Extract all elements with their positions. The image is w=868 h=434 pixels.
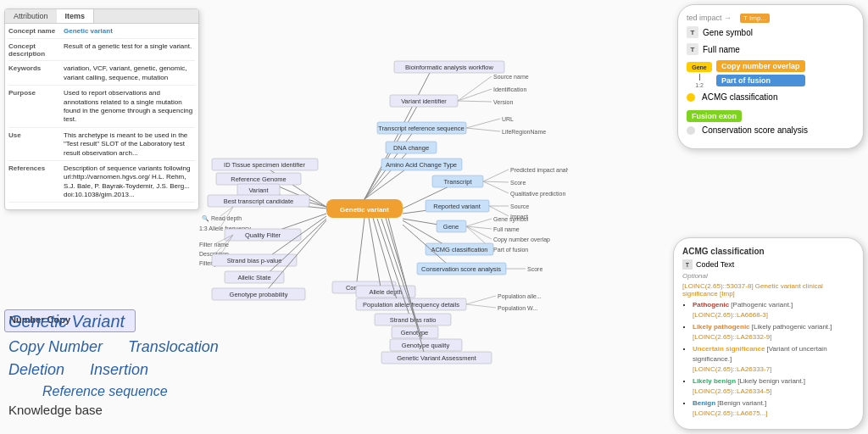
- node-label-transcript: Transcript: [443, 178, 472, 186]
- rp-full-name-item: T Full name: [687, 43, 854, 55]
- concept-label-desc: Concept description: [8, 42, 64, 58]
- impact-label: ted impact → T Imp...: [687, 14, 854, 22]
- gene-group: Gene 1:2 Copy number overlap Part of fus…: [687, 60, 854, 88]
- concept-label-purpose: Purpose: [8, 89, 64, 125]
- node-label-read-depth: 🔍 Read depth: [202, 214, 242, 222]
- node-label-conservation: Conservation score analysis: [421, 265, 501, 273]
- node-label-genotype: Genotype: [401, 329, 429, 337]
- right-panel-bottom: ACMG classification T Coded Text Optiona…: [673, 237, 864, 430]
- acmg-classification-list: Pathogenic [Pathogenic variant.] [LOINC(…: [682, 300, 854, 419]
- rp-acmg-label: ACMG classification: [702, 92, 777, 102]
- acmg-benign-detail: [Benign variant.]: [717, 399, 766, 407]
- node-label-allele-depth: Allele depth: [369, 288, 402, 296]
- gene-badges-col: Copy number overlap Part of fusion: [716, 60, 805, 86]
- branch-pop-allele2: [466, 304, 496, 308]
- acmg-item-likely-benign: Likely benign [Likely benign variant.] […: [693, 376, 854, 397]
- node-label-full-name: Full name: [493, 226, 520, 232]
- label-genetic-variant: Genetic Variant: [8, 312, 219, 331]
- label-ref-seq: Reference sequence: [42, 384, 219, 399]
- bottom-labels: Genetic Variant Copy Number Translocatio…: [8, 312, 219, 417]
- gene-connector-group: Gene 1:2: [687, 62, 712, 88]
- acmg-likely-benign-detail: [Likely benign variant.]: [737, 377, 805, 385]
- branch-line-qualitative: [483, 181, 509, 193]
- rp-acmg-icon: [687, 93, 695, 102]
- node-label-liferegion: LifeRegionName: [502, 129, 546, 136]
- acmg-loinc-code: [LOINC(2.65)::53037-8]: [682, 282, 754, 290]
- concept-row-name: Concept name Genetic variant: [8, 27, 195, 39]
- node-label-bioinformatic: Bioinformatic analysis workflow: [405, 64, 493, 71]
- branch-gene-symbol: [466, 219, 492, 226]
- concept-label-refs: References: [8, 164, 64, 200]
- concept-row-purpose: Purpose Used to report observations and …: [8, 89, 195, 128]
- rp-icon-T-genesymbol: T: [687, 26, 698, 38]
- acmg-likely-benign-label: Likely benign: [693, 377, 736, 385]
- node-label-source-name: Source name: [493, 74, 529, 80]
- impact-arrow: →: [724, 14, 732, 22]
- node-label-tissue: ID Tissue specimen identifier: [224, 161, 305, 169]
- branch-line-score: [483, 181, 509, 182]
- acmg-item-uncertain: Uncertain significance [Variant of uncer…: [693, 344, 854, 375]
- branch-line-conservation-b: [356, 218, 364, 288]
- label-insertion: Insertion: [90, 361, 148, 379]
- right-panel-top: ted impact → T Imp... T Gene symbol T Fu…: [677, 4, 864, 149]
- concept-value-purpose: Used to report observations and annotati…: [64, 89, 195, 125]
- node-label-allelic: Allelic State: [237, 274, 270, 281]
- acmg-benign-label: Benign: [693, 399, 715, 407]
- rp-acmg-item: ACMG classification: [687, 92, 854, 102]
- concept-value-use: This archetype is meant to be used in th…: [64, 131, 195, 158]
- node-label-amino: Amino Acid Change Type: [386, 161, 457, 169]
- node-label-gene: Gene: [443, 223, 459, 231]
- concept-label-use: Use: [8, 131, 64, 158]
- concept-card: Attribution Items Concept name Genetic v…: [4, 8, 199, 210]
- acmg-coded-text-row: T Coded Text: [682, 259, 854, 270]
- node-label-reported: Reported variant: [433, 203, 481, 210]
- concept-value-desc: Result of a genetic test for a single va…: [64, 42, 192, 58]
- node-label-strand-ratio: Strand bias ratio: [390, 316, 437, 324]
- acmg-likely-pathogenic-label: Likely pathogenic: [693, 323, 750, 331]
- acmg-pathogenic-loinc: [LOINC(2.65)::LA6668-3]: [693, 310, 854, 320]
- branch-line-predicted-impact: [483, 170, 509, 181]
- mindmap-svg: Genetic variant Bioinformatic analysis w…: [195, 0, 568, 434]
- rp-icon-T-fullname: T: [687, 43, 698, 55]
- tab-attribution[interactable]: Attribution: [5, 9, 57, 23]
- concept-row-refs: References Description of sequence varia…: [8, 164, 195, 203]
- acmg-uncertain-label: Uncertain significance: [693, 345, 765, 353]
- acmg-item-likely-pathogenic: Likely pathogenic [Likely pathogenic var…: [693, 322, 854, 342]
- tab-items[interactable]: Items: [57, 9, 95, 23]
- acmg-pathogenic-detail: [Pathogenic variant.]: [731, 301, 793, 309]
- gene-12-label: 1:2: [695, 82, 704, 88]
- node-label-identification: Identification: [493, 86, 526, 92]
- acmg-item-pathogenic: Pathogenic [Pathogenic variant.] [LOINC(…: [693, 300, 854, 320]
- acmg-likely-pathogenic-loinc: [LOINC(2.65)::LA26332-9]: [693, 332, 854, 342]
- node-label-genotype-prob: Genotype probability: [230, 291, 288, 298]
- badge-copy-number: Copy number overlap: [716, 60, 805, 72]
- concept-row-use: Use This archetype is meant to be used i…: [8, 131, 195, 161]
- node-label-gva: Genetic Variant Assessment: [397, 354, 477, 362]
- branch-line-allelic: [263, 219, 326, 278]
- node-label-source: Source: [510, 203, 529, 209]
- branch-line-version: [458, 101, 492, 102]
- imp-badge: T Imp...: [740, 14, 770, 23]
- node-label-variant-id: Variant identifier: [401, 97, 447, 105]
- concept-label-keywords: Keywords: [8, 64, 64, 82]
- label-knowledge-base: Knowledge base: [8, 403, 219, 417]
- label-copy-number: Copy Number: [8, 338, 103, 356]
- acmg-pathogenic-label: Pathogenic: [693, 301, 729, 309]
- impact-text: ted impact: [687, 14, 722, 22]
- rp-conservation-icon: [687, 126, 695, 135]
- branch-line-lifereion: [466, 128, 500, 131]
- acmg-loinc: [LOINC(2.65)::53037-8] Genetic variant c…: [682, 282, 854, 298]
- acmg-uncertain-loinc: [LOINC(2.65)::LA26333-7]: [693, 364, 854, 375]
- branch-line-dna: [364, 148, 411, 199]
- node-label-score: Score: [510, 180, 526, 186]
- concept-card-tabs: Attribution Items: [5, 9, 198, 24]
- node-label-dna: DNA change: [393, 144, 429, 152]
- node-label-copy-overlap: Copy number overlap: [493, 236, 550, 243]
- acmg-item-benign: Benign [Benign variant.] [LOINC(2.65)::L…: [693, 398, 854, 419]
- node-label-variant: Variant: [248, 186, 269, 194]
- node-label-best-transcript: Best transcript candidate: [224, 198, 294, 205]
- acmg-icon-T: T: [682, 259, 693, 270]
- node-label-filter-name: Filter name: [199, 242, 229, 248]
- branch-pop-allele1: [466, 296, 496, 304]
- node-label-qualitative: Qualitative prediction: [510, 191, 565, 198]
